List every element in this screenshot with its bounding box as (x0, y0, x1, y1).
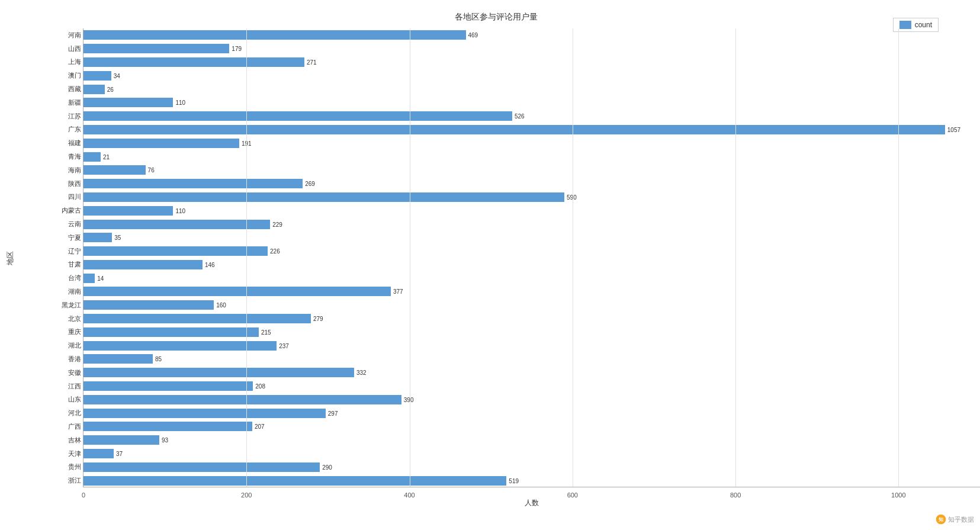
bar: 191 (83, 139, 239, 148)
bar: 1057 (83, 125, 945, 134)
bar: 110 (83, 98, 173, 107)
x-tick-label: 400 (404, 492, 415, 499)
bar-value-label: 229 (272, 221, 282, 227)
bar: 226 (83, 246, 268, 256)
bar-row: 澳门34 (83, 69, 980, 82)
bar-row: 青海21 (83, 150, 980, 163)
bar: 179 (83, 44, 229, 53)
bar-row: 北京279 (83, 312, 980, 326)
bar: 297 (83, 409, 326, 418)
bar-label: 天津 (47, 449, 81, 458)
bar-row: 山东390 (83, 393, 980, 406)
x-axis-label: 人数 (525, 498, 539, 508)
bar-label: 内蒙古 (47, 206, 81, 215)
bar-row: 甘肃146 (83, 258, 980, 272)
bar-value-label: 519 (509, 477, 519, 484)
bar-label: 新疆 (47, 98, 81, 107)
legend-color-box (899, 21, 911, 29)
bar: 332 (83, 368, 354, 377)
x-tick-label: 0 (82, 492, 85, 499)
bar-label: 河北 (47, 409, 81, 417)
bar-value-label: 76 (148, 167, 155, 174)
bar-value-label: 34 (114, 72, 120, 79)
bar-label: 辽宁 (47, 247, 81, 256)
bar: 76 (83, 165, 146, 175)
bar-row: 宁夏35 (83, 231, 980, 245)
bar: 14 (83, 274, 95, 283)
x-tick-label: 800 (730, 492, 741, 499)
bar-value-label: 146 (205, 261, 215, 268)
bar-value-label: 93 (162, 437, 168, 444)
bar-value-label: 390 (404, 396, 414, 403)
bar-row: 吉林93 (83, 433, 980, 447)
bar-label: 安徽 (47, 368, 81, 377)
bar: 160 (83, 300, 214, 310)
bar-label: 湖北 (47, 341, 81, 350)
bars-wrapper: 02004006008001000河南469山西179上海271澳门34西藏26… (83, 28, 980, 487)
bar-row: 重庆215 (83, 325, 980, 339)
bar: 237 (83, 341, 277, 351)
bar: 279 (83, 314, 311, 323)
bar-value-label: 215 (261, 329, 271, 335)
bar-row: 新疆110 (83, 96, 980, 110)
bar-value-label: 237 (279, 342, 289, 349)
bar-row: 天津37 (83, 447, 980, 461)
bar: 110 (83, 206, 173, 216)
x-tick-label: 200 (241, 492, 252, 499)
svg-text:知: 知 (938, 516, 943, 522)
bar-value-label: 208 (255, 383, 265, 390)
chart-title: 各地区参与评论用户量 (47, 12, 944, 23)
bar-row: 上海271 (83, 56, 980, 69)
bar-label: 黑龙江 (47, 301, 81, 310)
bar-label: 北京 (47, 314, 81, 323)
watermark: 知 知乎数据 (935, 513, 974, 525)
bar: 269 (83, 179, 303, 188)
bar-value-label: 179 (232, 46, 242, 52)
bar-value-label: 269 (305, 181, 315, 187)
bar: 21 (83, 152, 101, 162)
bar-row: 江苏526 (83, 110, 980, 123)
legend-label: count (915, 21, 932, 29)
bar-value-label: 85 (155, 356, 162, 362)
bar-value-label: 26 (107, 86, 114, 92)
bar-label: 重庆 (47, 327, 81, 336)
watermark-text: 知乎数据 (948, 515, 974, 524)
bar: 377 (83, 287, 391, 296)
bar-row: 内蒙古110 (83, 204, 980, 217)
bar-label: 湖南 (47, 287, 81, 296)
bar: 519 (83, 476, 506, 486)
bar-row: 山西179 (83, 42, 980, 56)
bar: 26 (83, 85, 105, 94)
bar-row: 广东1057 (83, 123, 980, 137)
bar: 93 (83, 435, 159, 445)
bar-row: 云南229 (83, 217, 980, 231)
bar-value-label: 469 (468, 32, 478, 38)
bar: 590 (83, 192, 564, 202)
bar-label: 台湾 (47, 274, 81, 282)
bar-label: 福建 (47, 139, 81, 147)
bar: 469 (83, 30, 466, 40)
x-tick-label: 1000 (891, 492, 905, 499)
x-gridline (246, 28, 247, 487)
bar: 207 (83, 422, 252, 431)
bar-row: 江西208 (83, 380, 980, 393)
bar-value-label: 526 (515, 113, 525, 120)
bar: 35 (83, 233, 112, 242)
bar: 290 (83, 462, 320, 472)
bar-row: 陕西269 (83, 177, 980, 191)
bar-label: 香港 (47, 355, 81, 364)
x-gridline (735, 28, 736, 487)
bar-value-label: 207 (255, 423, 265, 430)
bar-value-label: 279 (313, 316, 323, 322)
bar-label: 浙江 (47, 476, 81, 485)
x-tick-label: 600 (567, 492, 578, 499)
bar-value-label: 297 (328, 410, 338, 416)
x-gridline (898, 28, 899, 487)
bar-label: 江苏 (47, 112, 81, 121)
bar-row: 黑龙江160 (83, 298, 980, 312)
y-axis-label: 地区 (5, 251, 15, 265)
bar-row: 浙江519 (83, 474, 980, 487)
bar-row: 贵州290 (83, 460, 980, 474)
bar-value-label: 110 (175, 207, 185, 214)
bar-row: 西藏26 (83, 82, 980, 96)
